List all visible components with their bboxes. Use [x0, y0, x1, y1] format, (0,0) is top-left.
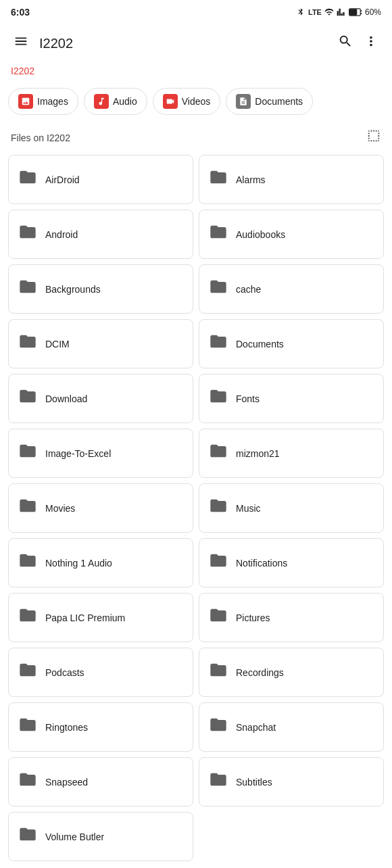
folder-icon: [209, 770, 228, 794]
folder-item-mizmon21[interactable]: mizmon21: [199, 429, 384, 478]
folder-item-notifications[interactable]: Notifications: [199, 538, 384, 587]
folder-item-fonts[interactable]: Fonts: [199, 374, 384, 423]
folder-icon: [18, 332, 37, 356]
folder-name: Image-To-Excel: [45, 448, 111, 459]
folder-item-subtitles[interactable]: Subtitles: [199, 757, 384, 806]
folder-name: Pictures: [236, 612, 270, 623]
folder-item-music[interactable]: Music: [199, 483, 384, 533]
folder-icon: [18, 825, 37, 848]
folder-name: Snapchat: [236, 722, 276, 733]
images-tab-label: Images: [37, 96, 68, 107]
folder-icon: [18, 441, 37, 465]
folder-item-image-to-excel[interactable]: Image-To-Excel: [8, 429, 193, 478]
folder-item-documents[interactable]: Documents: [199, 319, 384, 368]
tab-videos[interactable]: Videos: [153, 88, 221, 115]
breadcrumb: I2202: [0, 62, 392, 82]
folder-item-papa-lic-premium[interactable]: Papa LIC Premium: [8, 593, 193, 642]
folder-name: Documents: [236, 339, 284, 349]
folder-name: AirDroid: [45, 174, 80, 185]
folder-name: Audiobooks: [236, 229, 285, 240]
folder-name: Download: [45, 393, 87, 404]
section-header: Files on I2202: [0, 120, 392, 152]
battery-percent: 60%: [365, 7, 381, 17]
folder-icon: [209, 606, 228, 629]
folder-item-android[interactable]: Android: [8, 210, 193, 259]
status-icons: LTE 60%: [296, 7, 381, 17]
status-bar: 6:03 LTE 60%: [0, 0, 392, 24]
documents-tab-label: Documents: [255, 96, 303, 107]
folder-name: cache: [236, 284, 261, 295]
folder-icon: [18, 660, 37, 684]
folder-item-volume-butler[interactable]: Volume Butler: [8, 812, 193, 861]
tab-audio[interactable]: Audio: [84, 88, 147, 115]
grid-toggle-icon[interactable]: [366, 128, 381, 147]
filter-tabs: Images Audio Videos Documents: [0, 82, 392, 120]
folder-item-pictures[interactable]: Pictures: [199, 593, 384, 642]
folder-name: Backgrounds: [45, 284, 101, 295]
lte-icon: LTE: [308, 8, 322, 16]
folder-name: Movies: [45, 503, 75, 514]
folder-name: Fonts: [236, 393, 260, 404]
folder-icon: [18, 496, 37, 520]
folder-item-audiobooks[interactable]: Audiobooks: [199, 210, 384, 259]
folder-name: Papa LIC Premium: [45, 612, 125, 623]
folder-item-snapchat[interactable]: Snapchat: [199, 702, 384, 752]
folder-icon: [209, 660, 228, 684]
folder-icon: [209, 441, 228, 465]
folder-name: Snapseed: [45, 777, 88, 788]
folder-name: Alarms: [236, 174, 266, 185]
folder-icon: [209, 715, 228, 739]
svg-rect-3: [350, 9, 357, 15]
folder-name: Ringtones: [45, 722, 88, 733]
audio-tab-label: Audio: [113, 96, 137, 107]
folder-icon: [18, 387, 37, 410]
folder-icon: [18, 606, 37, 629]
folder-item-airdroid[interactable]: AirDroid: [8, 155, 193, 204]
folder-name: Android: [45, 229, 78, 240]
folder-icon: [18, 168, 37, 191]
folder-name: Notifications: [236, 558, 287, 569]
folder-item-snapseed[interactable]: Snapseed: [8, 757, 193, 806]
search-icon[interactable]: [333, 28, 358, 58]
folder-name: DCIM: [45, 339, 70, 349]
folder-item-dcim[interactable]: DCIM: [8, 319, 193, 368]
folder-item-cache[interactable]: cache: [199, 264, 384, 314]
folder-icon: [209, 387, 228, 410]
folder-icon: [18, 551, 37, 575]
section-title: Files on I2202: [11, 132, 70, 143]
folder-icon: [209, 551, 228, 575]
folder-item-movies[interactable]: Movies: [8, 483, 193, 533]
folder-icon: [209, 168, 228, 191]
tab-images[interactable]: Images: [8, 88, 78, 115]
folder-item-alarms[interactable]: Alarms: [199, 155, 384, 204]
toolbar-title: I2202: [39, 36, 333, 51]
folder-icon: [18, 770, 37, 794]
status-time: 6:03: [11, 7, 30, 18]
folder-name: Nothing 1 Audio: [45, 558, 112, 569]
audio-tab-icon: [94, 94, 109, 109]
folder-icon: [209, 496, 228, 520]
signal-icon: [337, 7, 346, 17]
folder-item-nothing-1-audio[interactable]: Nothing 1 Audio: [8, 538, 193, 587]
tab-documents[interactable]: Documents: [226, 88, 313, 115]
folder-icon: [18, 277, 37, 301]
documents-tab-icon: [236, 94, 251, 109]
more-options-icon[interactable]: [358, 28, 384, 58]
battery-icon: [349, 7, 362, 17]
folder-icon: [209, 332, 228, 356]
folder-item-podcasts[interactable]: Podcasts: [8, 648, 193, 697]
folder-item-recordings[interactable]: Recordings: [199, 648, 384, 697]
videos-tab-label: Videos: [182, 96, 211, 107]
folder-name: Subtitles: [236, 777, 272, 788]
folder-name: Podcasts: [45, 667, 84, 678]
breadcrumb-text[interactable]: I2202: [11, 66, 34, 76]
folder-name: Recordings: [236, 667, 284, 678]
images-tab-icon: [18, 94, 33, 109]
bluetooth-icon: [296, 7, 305, 17]
wifi-icon: [324, 7, 334, 17]
folder-item-ringtones[interactable]: Ringtones: [8, 702, 193, 752]
videos-tab-icon: [163, 94, 178, 109]
folder-item-backgrounds[interactable]: Backgrounds: [8, 264, 193, 314]
folder-item-download[interactable]: Download: [8, 374, 193, 423]
menu-icon[interactable]: [8, 28, 34, 58]
